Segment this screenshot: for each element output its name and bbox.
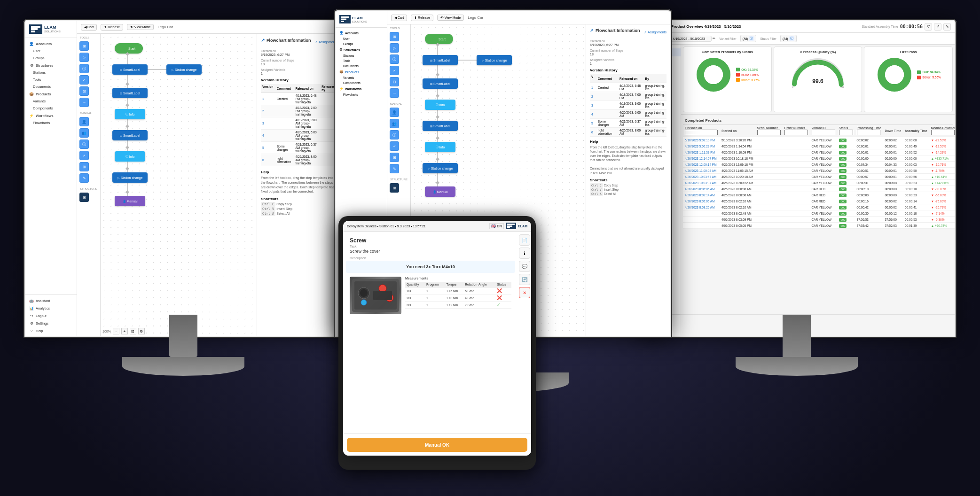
center-nav-tools[interactable]: Tools	[336, 58, 387, 63]
tool-manual-1[interactable]: 👤	[79, 117, 89, 126]
center-tool-5[interactable]: ⊡	[390, 77, 399, 86]
tool-check[interactable]: ✓	[79, 75, 89, 85]
tool-manual-6[interactable]: ✎	[79, 173, 89, 183]
node-start[interactable]: Start	[115, 43, 143, 54]
nav-flowcharts[interactable]: Flowcharts	[25, 119, 77, 126]
center-info-2[interactable]: ⓘ Info	[425, 142, 455, 152]
center-nav-accounts[interactable]: 👤Accounts	[336, 30, 387, 36]
fit-button[interactable]: ⊡	[130, 328, 136, 334]
lang-flag[interactable]: 🇬🇧 EN	[489, 223, 504, 229]
variant-filter[interactable]: (All) ⓘ	[740, 35, 757, 42]
center-tool-m4[interactable]: ✓	[390, 141, 399, 151]
nav-structures[interactable]: ⚙ Structures	[25, 62, 77, 69]
data-table-area[interactable]: Completed Products Finished on Started o…	[681, 115, 955, 336]
action-document[interactable]: 📄	[519, 234, 530, 246]
node-info-1[interactable]: ⓘ Info	[115, 109, 145, 119]
nav-workflows[interactable]: ⚡ Workflows	[25, 112, 77, 119]
filter-serial[interactable]	[757, 130, 781, 135]
col-deviation[interactable]: Median Deviation	[929, 125, 955, 137]
center-station-change-1[interactable]: ▷ Station change	[477, 55, 512, 65]
nav-logout[interactable]: ↪ Logout	[25, 312, 77, 319]
center-release-button[interactable]: ⬆ Release	[411, 15, 433, 21]
center-nav-structures[interactable]: ⚙Structures	[336, 46, 387, 53]
zoom-out-button[interactable]: -	[113, 328, 119, 334]
center-nav-components[interactable]: Components	[336, 80, 387, 85]
tool-info[interactable]: ⓘ	[79, 64, 89, 73]
center-view-mode-button[interactable]: 👁 View Mode	[437, 15, 464, 21]
center-tool-m2[interactable]: 👥	[390, 119, 399, 128]
node-smartlabel-2[interactable]: ⊞ SmartLabel	[112, 88, 148, 98]
node-station-change[interactable]: ▷ Station change	[166, 64, 202, 75]
center-station-change-2[interactable]: ▷ Station change	[423, 163, 458, 173]
view-mode-button[interactable]: 👁 View Mode	[127, 24, 154, 30]
back-button[interactable]: ◀ Cart	[81, 24, 97, 31]
center-nav-documents[interactable]: Documents	[336, 63, 387, 69]
nav-help[interactable]: ? Help	[25, 327, 77, 334]
center-tool-m3[interactable]: ⓘ	[390, 130, 399, 140]
nav-accounts[interactable]: 👤 Accounts	[25, 40, 77, 47]
filter-status[interactable]	[839, 130, 853, 135]
filter-proc-time[interactable]	[857, 130, 880, 135]
center-nav-flowcharts[interactable]: Flowcharts	[336, 92, 387, 97]
nav-documents[interactable]: Documents	[25, 83, 77, 90]
release-button[interactable]: ⬆ Release	[101, 24, 123, 31]
center-info-1[interactable]: ⓘ Info	[425, 100, 455, 110]
nav-analytics[interactable]: 📊 Analytics	[25, 304, 77, 312]
tool-scan[interactable]: ⊡	[79, 86, 89, 96]
nav-groups[interactable]: Groups	[25, 54, 77, 62]
col-proc-time[interactable]: Processing Time	[855, 125, 883, 137]
nav-variants[interactable]: Variants	[25, 98, 77, 105]
center-nav-variants[interactable]: Variants	[336, 75, 387, 80]
tool-manual-5[interactable]: ⊞	[79, 162, 89, 171]
nav-tools[interactable]: Tools	[25, 76, 77, 83]
nav-products[interactable]: 📦 Products	[25, 90, 77, 98]
center-nav-workflows[interactable]: ⚡Workflows	[336, 85, 387, 92]
center-tool-2[interactable]: ▷	[390, 43, 399, 53]
center-tool-4[interactable]: ✓	[390, 66, 399, 75]
manual-ok-button[interactable]: Manual OK	[347, 438, 527, 452]
tool-manual-2[interactable]: 👥	[79, 128, 89, 138]
node-info-2[interactable]: ⓘ Info	[115, 151, 145, 162]
share-button[interactable]: ↗	[934, 23, 941, 31]
center-nav-products[interactable]: 📦Products	[336, 69, 387, 75]
action-comment[interactable]: 💬	[519, 261, 530, 272]
filter-variant[interactable]	[812, 130, 835, 135]
center-assignments-button[interactable]: ↗ Assignments	[644, 31, 666, 34]
center-tool-s1[interactable]: ⊞	[390, 183, 399, 193]
center-smartlabel-3[interactable]: ⊞ SmartLabel	[423, 121, 458, 131]
node-station-change-2[interactable]: ▷ Station change	[112, 172, 148, 183]
nav-settings[interactable]: ⚙ Settings	[25, 319, 77, 327]
expand-button[interactable]: ⤡	[943, 23, 951, 31]
date-edit-icon[interactable]: ✏	[713, 37, 715, 40]
center-manual[interactable]: 👤 Manual	[425, 186, 455, 197]
center-tool-6[interactable]: →	[390, 88, 399, 98]
node-smartlabel-1[interactable]: ⊞ SmartLabel	[112, 64, 148, 75]
filter-deviation[interactable]	[931, 130, 955, 135]
node-smartlabel-3[interactable]: ⊞ SmartLabel	[112, 130, 148, 140]
center-smartlabel-2[interactable]: ⊞ SmartLabel	[423, 78, 458, 89]
node-manual[interactable]: 👤 Manual	[115, 196, 145, 206]
center-nav-user[interactable]: User	[336, 36, 387, 41]
status-filter[interactable]: (All) ⓘ	[780, 35, 797, 42]
action-close[interactable]: ✕	[519, 287, 530, 298]
tool-struct-1[interactable]: ⊞	[79, 193, 89, 202]
center-nav-groups[interactable]: Groups	[336, 41, 387, 46]
filter-order[interactable]	[784, 130, 808, 135]
center-back-button[interactable]: ◀ Cart	[391, 15, 407, 21]
col-status[interactable]: Status	[837, 125, 855, 137]
col-variant[interactable]: Variant ID	[810, 125, 837, 137]
center-tool-1[interactable]: ⊞	[390, 32, 399, 41]
tool-manual-4[interactable]: ✓	[79, 151, 89, 160]
nav-user[interactable]: User	[25, 47, 77, 54]
action-info[interactable]: ℹ	[519, 248, 530, 259]
zoom-in-button[interactable]: +	[121, 328, 128, 334]
col-started[interactable]: Started on	[720, 125, 755, 137]
nav-components[interactable]: Components	[25, 105, 77, 112]
filter-finished[interactable]	[685, 130, 718, 135]
tool-arrow[interactable]: →	[79, 98, 89, 107]
col-order[interactable]: Order Number	[783, 125, 810, 137]
settings-canvas-button[interactable]: ⚙	[138, 328, 145, 334]
flowchart-canvas[interactable]: Start	[101, 34, 257, 336]
col-down-time[interactable]: Down Time	[883, 125, 903, 137]
tool-station[interactable]: ▷	[79, 53, 89, 62]
